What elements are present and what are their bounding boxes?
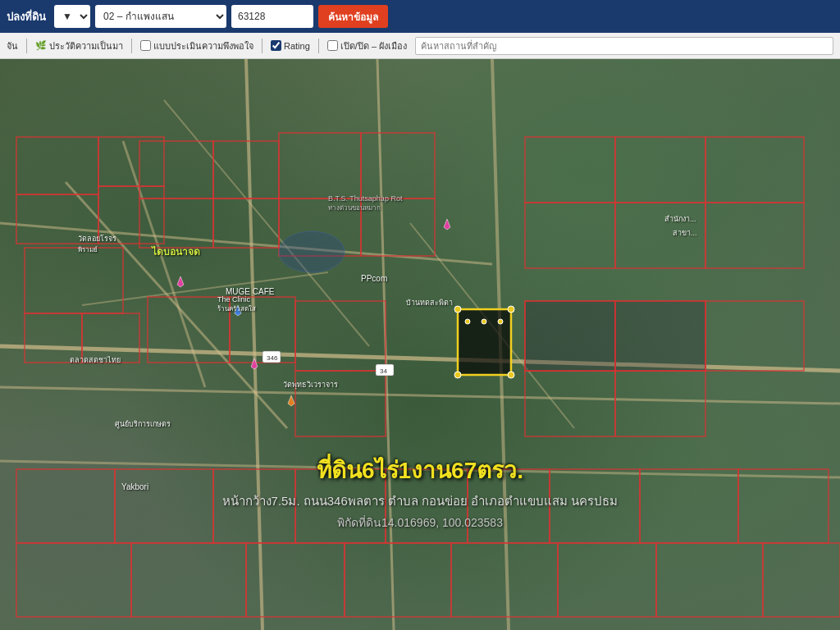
svg-rect-19 (139, 141, 213, 199)
svg-text:346: 346 (267, 354, 278, 362)
toolbar-divider-4 (318, 39, 319, 53)
svg-rect-26 (361, 133, 435, 199)
svg-rect-17 (25, 313, 82, 363)
svg-rect-59 (525, 301, 615, 371)
svg-rect-16 (25, 248, 123, 313)
svg-rect-33 (705, 137, 804, 203)
toolbar-divider-1 (26, 39, 27, 53)
app-title: ปลงที่ดิน (7, 8, 46, 25)
toolbar-item-city-plan[interactable]: เปิด/ปิด – ผังเมือง (327, 39, 407, 53)
svg-point-62 (454, 306, 461, 313)
app-header: ปลงที่ดิน ▼ 02 – กำแพงแสน ค้นหาข้อมูล (0, 0, 840, 33)
svg-marker-73 (177, 276, 184, 287)
svg-rect-12 (16, 137, 98, 194)
toolbar-jan-label: จัน (7, 39, 18, 53)
svg-text:34: 34 (380, 368, 387, 375)
assessment-checkbox[interactable] (140, 40, 151, 51)
svg-rect-40 (525, 371, 615, 436)
toolbar-divider-2 (131, 39, 132, 53)
svg-rect-25 (279, 133, 361, 199)
svg-point-67 (482, 319, 486, 324)
svg-rect-48 (550, 469, 640, 543)
svg-rect-52 (131, 543, 246, 617)
toolbar-item-rating[interactable]: Rating (271, 40, 310, 51)
svg-point-64 (454, 372, 461, 378)
svg-line-10 (164, 100, 369, 346)
svg-rect-22 (213, 199, 279, 248)
toolbar-item-history[interactable]: 🌿 ประวัติความเป็นมา (35, 39, 123, 53)
svg-line-6 (82, 272, 328, 305)
svg-rect-50 (738, 469, 829, 543)
svg-rect-36 (705, 203, 804, 268)
svg-rect-34 (525, 203, 615, 268)
svg-rect-44 (213, 469, 295, 543)
svg-rect-51 (16, 543, 131, 617)
svg-point-66 (465, 319, 470, 324)
history-icon: 🌿 (35, 40, 47, 51)
svg-point-65 (508, 372, 514, 378)
svg-rect-60 (615, 301, 705, 371)
svg-point-68 (498, 319, 503, 324)
svg-rect-31 (525, 137, 615, 203)
svg-point-78 (279, 231, 345, 272)
svg-rect-18 (82, 313, 139, 363)
svg-rect-56 (558, 543, 656, 617)
svg-rect-41 (615, 371, 705, 436)
svg-rect-28 (361, 199, 435, 256)
svg-marker-75 (288, 395, 294, 406)
toolbar-divider-3 (262, 39, 262, 53)
svg-rect-42 (16, 469, 115, 543)
svg-rect-39 (705, 301, 804, 371)
svg-rect-45 (295, 469, 386, 543)
svg-marker-76 (444, 219, 450, 230)
svg-point-63 (508, 306, 514, 313)
svg-rect-13 (16, 194, 98, 244)
code-input[interactable] (231, 5, 313, 28)
svg-rect-49 (640, 469, 738, 543)
svg-rect-30 (295, 371, 386, 436)
toolbar-item-jan[interactable]: จัน (7, 39, 18, 53)
svg-line-2 (246, 59, 262, 630)
svg-rect-55 (451, 543, 558, 617)
map-roads-svg: 346 34 (0, 59, 840, 630)
svg-line-0 (0, 346, 840, 371)
svg-rect-47 (468, 469, 550, 543)
rating-checkbox[interactable] (271, 40, 281, 51)
region-dropdown-2[interactable]: 02 – กำแพงแสน (95, 5, 226, 28)
map-container[interactable]: 346 34 ไดบอนาจด MUGE CAFE PPcom B.T.S. T… (0, 59, 840, 630)
svg-rect-54 (345, 543, 451, 617)
svg-rect-14 (98, 137, 164, 186)
assessment-label: แบบประเมินความพึงพอใจ (153, 39, 253, 53)
toolbar-item-assessment[interactable]: แบบประเมินความพึงพอใจ (140, 39, 253, 53)
place-search-input[interactable] (415, 37, 833, 55)
region-dropdown-1[interactable]: ▼ (54, 5, 90, 28)
svg-rect-43 (115, 469, 213, 543)
svg-marker-77 (235, 305, 241, 316)
search-button[interactable]: ค้นหาข้อมูล (318, 5, 388, 28)
svg-rect-57 (656, 543, 763, 617)
svg-line-1 (0, 387, 840, 404)
toolbar: จัน 🌿 ประวัติความเป็นมา แบบประเมินความพึ… (0, 33, 840, 59)
svg-rect-58 (763, 543, 840, 617)
svg-marker-74 (251, 358, 258, 369)
city-plan-checkbox[interactable] (327, 40, 338, 51)
rating-label: Rating (284, 41, 310, 51)
svg-rect-35 (615, 203, 705, 268)
svg-rect-32 (615, 137, 705, 203)
svg-rect-46 (386, 469, 468, 543)
city-plan-label: เปิด/ปิด – ผังเมือง (340, 39, 407, 53)
history-label: ประวัติความเป็นมา (49, 39, 123, 53)
